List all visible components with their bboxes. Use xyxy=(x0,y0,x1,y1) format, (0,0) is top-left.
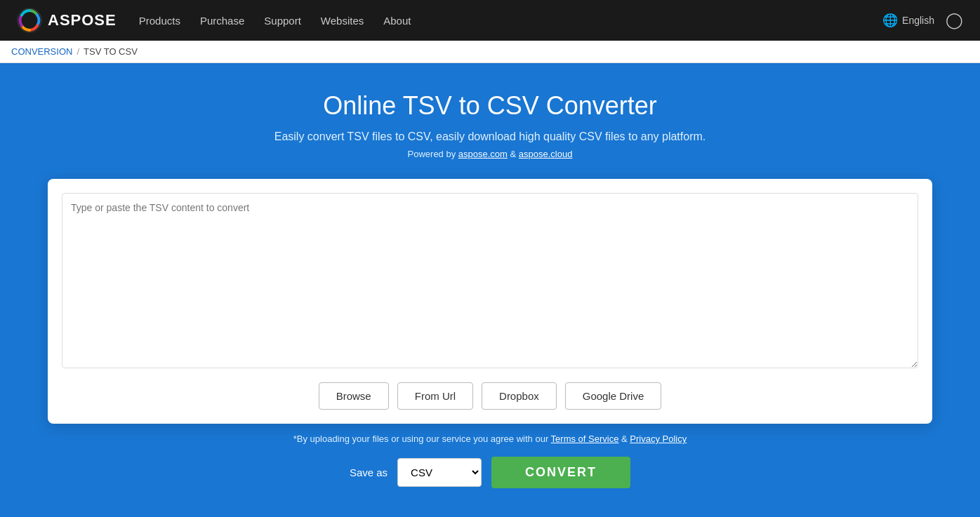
user-account-icon[interactable]: ◯ xyxy=(946,11,963,29)
tos-notice: *By uploading your files or using our se… xyxy=(293,434,687,444)
nav-websites[interactable]: Websites xyxy=(321,15,364,27)
file-buttons-row: Browse From Url Dropbox Google Drive xyxy=(62,382,918,410)
navbar-left: ASPOSE Products Purchase Support Website… xyxy=(17,8,411,33)
main-content: Online TSV to CSV Converter Easily conve… xyxy=(0,63,980,517)
tsv-input-textarea[interactable] xyxy=(62,193,918,368)
convert-button[interactable]: CONVERT xyxy=(491,457,630,488)
breadcrumb-separator: / xyxy=(77,46,79,57)
dropbox-button[interactable]: Dropbox xyxy=(482,382,557,410)
logo-area[interactable]: ASPOSE xyxy=(17,8,117,33)
nav-support[interactable]: Support xyxy=(264,15,301,27)
breadcrumb: CONVERSION / TSV TO CSV xyxy=(0,41,980,63)
page-title: Online TSV to CSV Converter xyxy=(323,91,657,121)
language-button[interactable]: 🌐 English xyxy=(882,13,934,28)
powered-by-prefix: Powered by xyxy=(408,149,456,159)
nav-about[interactable]: About xyxy=(383,15,411,27)
tos-prefix: *By uploading your files or using our se… xyxy=(293,434,548,444)
powered-by: Powered by aspose.com & aspose.cloud xyxy=(408,149,573,159)
breadcrumb-conversion-link[interactable]: CONVERSION xyxy=(11,46,72,57)
save-as-row: Save as CSV XLSX XLS ODS HTML TSV CONVER… xyxy=(350,457,630,488)
aspose-cloud-link[interactable]: aspose.cloud xyxy=(519,149,573,159)
nav-products[interactable]: Products xyxy=(139,15,180,27)
globe-icon: 🌐 xyxy=(882,13,898,28)
navbar: ASPOSE Products Purchase Support Website… xyxy=(0,0,980,41)
language-label: English xyxy=(902,15,934,26)
browse-button[interactable]: Browse xyxy=(319,382,389,410)
converter-card: Browse From Url Dropbox Google Drive xyxy=(48,179,932,424)
powered-by-amp: & xyxy=(510,149,517,159)
from-url-button[interactable]: From Url xyxy=(397,382,473,410)
nav-purchase[interactable]: Purchase xyxy=(200,15,244,27)
aspose-com-link[interactable]: aspose.com xyxy=(458,149,508,159)
tos-amp: & xyxy=(621,434,630,444)
page-subtitle: Easily convert TSV files to CSV, easily … xyxy=(274,130,706,143)
nav-links: Products Purchase Support Websites About xyxy=(139,15,411,27)
brand-name: ASPOSE xyxy=(48,11,117,29)
google-drive-button[interactable]: Google Drive xyxy=(565,382,662,410)
aspose-logo-icon xyxy=(17,8,42,33)
save-as-label: Save as xyxy=(350,466,388,478)
navbar-right: 🌐 English ◯ xyxy=(882,11,963,29)
privacy-link[interactable]: Privacy Policy xyxy=(630,434,687,444)
save-as-select[interactable]: CSV XLSX XLS ODS HTML TSV xyxy=(397,458,482,487)
tos-link[interactable]: Terms of Service xyxy=(551,434,619,444)
breadcrumb-current-page: TSV TO CSV xyxy=(84,46,138,57)
